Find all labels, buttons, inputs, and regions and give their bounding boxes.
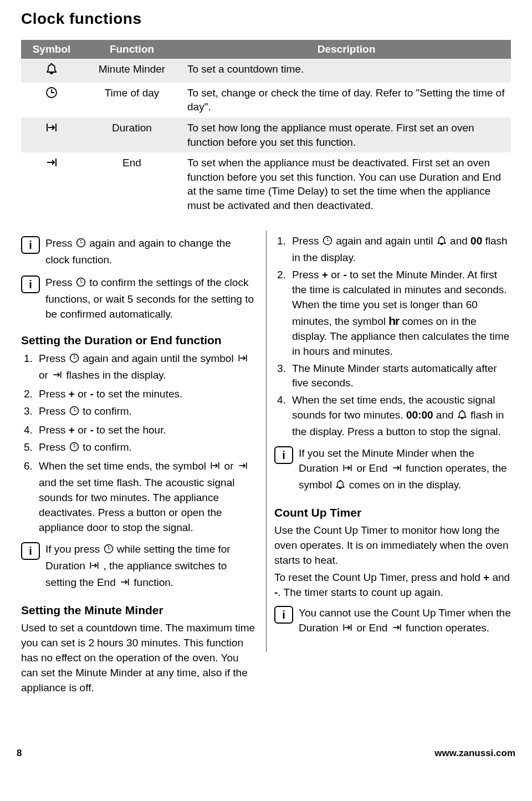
- right-column: Press again and again until and 00 flash…: [274, 231, 511, 698]
- table-row: Minute Minder To set a countdown time.: [21, 59, 511, 83]
- duration-icon: [209, 460, 221, 476]
- zero-zero: 00: [470, 235, 482, 247]
- duration-icon: [88, 560, 100, 575]
- note-text: If you press: [45, 543, 103, 555]
- paragraph: Used to set a countdown time. The maximu…: [21, 621, 258, 696]
- footer-url: www.zanussi.com: [434, 748, 515, 759]
- list-item: When the set time ends, the acoustic sig…: [289, 392, 511, 441]
- bell-icon: [45, 62, 58, 79]
- end-icon: [119, 576, 131, 592]
- info-icon: [21, 236, 40, 254]
- table-row: Duration To set how long the appliance m…: [21, 118, 511, 152]
- clock-button-icon: [69, 405, 80, 421]
- info-icon: [21, 542, 40, 560]
- end-icon: [51, 369, 63, 385]
- subheading-minute-minder: Setting the Minute Minder: [21, 602, 258, 619]
- column-divider: [266, 231, 267, 652]
- note-text: Press: [45, 237, 75, 249]
- list-item: The Minute Minder starts automatically a…: [289, 360, 511, 392]
- fn-name: Minute Minder: [82, 59, 182, 83]
- end-icon: [391, 622, 403, 637]
- clock-button-icon: [69, 353, 80, 368]
- subheading-duration-end: Setting the Duration or End function: [21, 332, 258, 349]
- page-title: Clock functions: [21, 10, 511, 28]
- end-icon: [45, 156, 58, 173]
- fn-name: Duration: [82, 118, 182, 152]
- list-item: When the set time ends, the symbol or an…: [35, 458, 258, 537]
- page-number: 8: [17, 748, 22, 759]
- info-note: You cannot use the Count Up Timer when t…: [274, 606, 511, 637]
- clock-button-icon: [322, 235, 333, 251]
- steps-minute-minder: Press again and again until and 00 flash…: [274, 233, 511, 441]
- hr-symbol: hr: [388, 314, 399, 327]
- steps-duration-end: Press again and again until the symbol o…: [21, 350, 258, 537]
- duration-icon: [341, 462, 354, 478]
- list-item: Press again and again until the symbol o…: [35, 350, 258, 386]
- note-text: function operates.: [403, 622, 489, 634]
- list-item: Press to confirm.: [35, 403, 258, 422]
- duration-icon: [341, 622, 354, 637]
- th-description: Description: [182, 40, 511, 59]
- duration-icon: [45, 121, 58, 138]
- list-item: Press + or - to set the Minute Minder. A…: [289, 267, 511, 360]
- end-icon: [237, 460, 249, 476]
- info-note: If you press while setting the time for …: [21, 542, 258, 592]
- table-row: Time of day To set, change or check the …: [21, 83, 511, 118]
- info-note: If you set the Minute Minder when the Du…: [274, 446, 511, 494]
- bell-icon: [457, 409, 468, 425]
- clock-icon: [45, 86, 58, 103]
- note-text: comes on in the display.: [346, 479, 461, 491]
- list-item: Press + or - to set the minutes.: [35, 386, 258, 403]
- note-text: function.: [131, 576, 173, 588]
- bell-icon: [436, 235, 447, 251]
- function-table: Symbol Function Description Minute Minde…: [21, 40, 511, 216]
- note-text: or End: [354, 462, 391, 474]
- fn-name: Time of day: [82, 83, 182, 118]
- subheading-count-up: Count Up Timer: [274, 504, 511, 521]
- note-text: or End: [354, 622, 391, 634]
- fn-desc: To set a countdown time.: [182, 59, 511, 83]
- time-zero: 00:00: [406, 409, 433, 421]
- info-icon: [21, 275, 40, 293]
- info-note: Press again and again to change the cloc…: [21, 236, 258, 268]
- clock-button-icon: [69, 441, 80, 457]
- note-text: Press: [45, 277, 75, 288]
- bell-icon: [335, 479, 346, 494]
- fn-name: End: [82, 152, 182, 216]
- fn-desc: To set when the appliance must be deacti…: [182, 152, 511, 216]
- left-column: Press again and again to change the cloc…: [21, 231, 258, 698]
- paragraph: Use the Count Up Timer to monitor how lo…: [274, 523, 511, 568]
- clock-button-icon: [75, 277, 86, 292]
- th-function: Function: [82, 40, 182, 59]
- fn-desc: To set, change or check the time of day.…: [182, 83, 511, 118]
- fn-desc: To set how long the appliance must opera…: [182, 118, 511, 152]
- info-icon: [274, 606, 293, 624]
- info-note: Press to confirm the settings of the clo…: [21, 275, 258, 322]
- end-icon: [391, 462, 403, 478]
- list-item: Press + or - to set the hour.: [35, 422, 258, 439]
- table-row: End To set when the appliance must be de…: [21, 152, 511, 216]
- list-item: Press to confirm.: [35, 439, 258, 458]
- clock-button-icon: [75, 237, 86, 253]
- th-symbol: Symbol: [21, 40, 82, 59]
- list-item: Press again and again until and 00 flash…: [289, 233, 511, 267]
- info-icon: [274, 446, 293, 464]
- duration-icon: [237, 353, 249, 368]
- paragraph: To reset the Count Up Timer, press and h…: [274, 570, 511, 600]
- clock-button-icon: [103, 543, 114, 559]
